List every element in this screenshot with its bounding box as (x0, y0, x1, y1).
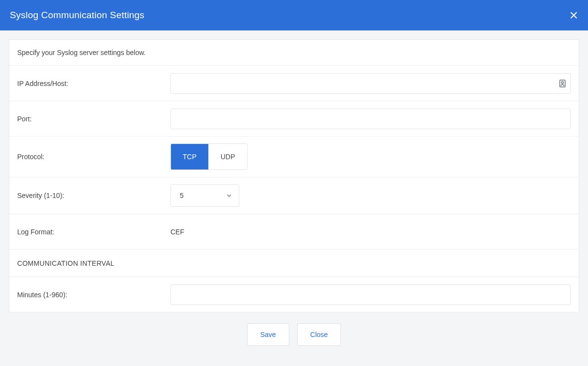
logformat-label: Log Format: (17, 228, 170, 236)
syslog-settings-dialog: Syslog Communication Settings Specify yo… (0, 0, 588, 366)
row-logformat: Log Format: CEF (9, 214, 579, 250)
close-icon[interactable] (569, 11, 578, 20)
communication-interval-header: COMMUNICATION INTERVAL (17, 259, 114, 267)
protocol-label: Protocol: (17, 153, 170, 161)
dialog-title: Syslog Communication Settings (10, 10, 144, 21)
contacts-icon[interactable] (559, 80, 566, 87)
port-label: Port: (17, 115, 170, 123)
dialog-header: Syslog Communication Settings (0, 0, 588, 30)
port-input[interactable] (170, 109, 571, 129)
severity-label: Severity (1-10): (17, 192, 170, 199)
row-interval-header: COMMUNICATION INTERVAL (9, 250, 579, 277)
close-button[interactable]: Close (297, 323, 341, 346)
ip-address-input[interactable] (170, 73, 571, 94)
logformat-value: CEF (170, 227, 184, 237)
settings-panel: Specify your Syslog server settings belo… (9, 39, 579, 312)
ip-label: IP Address/Host: (17, 80, 170, 87)
row-severity: Severity (1-10): 5 (9, 177, 579, 214)
save-button[interactable]: Save (247, 323, 289, 346)
row-protocol: Protocol: TCP UDP (9, 137, 579, 177)
protocol-udp-button[interactable]: UDP (209, 144, 247, 169)
row-port: Port: (9, 101, 579, 137)
protocol-tcp-button[interactable]: TCP (171, 144, 209, 169)
svg-point-3 (561, 82, 563, 84)
minutes-label: Minutes (1-960): (17, 291, 170, 299)
severity-select[interactable]: 5 (170, 184, 239, 207)
row-ip: IP Address/Host: (9, 66, 579, 101)
row-minutes: Minutes (1-960): (9, 277, 579, 312)
severity-value: 5 (180, 192, 184, 199)
protocol-toggle: TCP UDP (170, 143, 248, 170)
intro-text: Specify your Syslog server settings belo… (9, 40, 579, 66)
chevron-down-icon (226, 193, 232, 198)
dialog-body: Specify your Syslog server settings belo… (0, 30, 588, 366)
dialog-footer: Save Close (9, 312, 579, 361)
minutes-input[interactable] (170, 284, 571, 305)
